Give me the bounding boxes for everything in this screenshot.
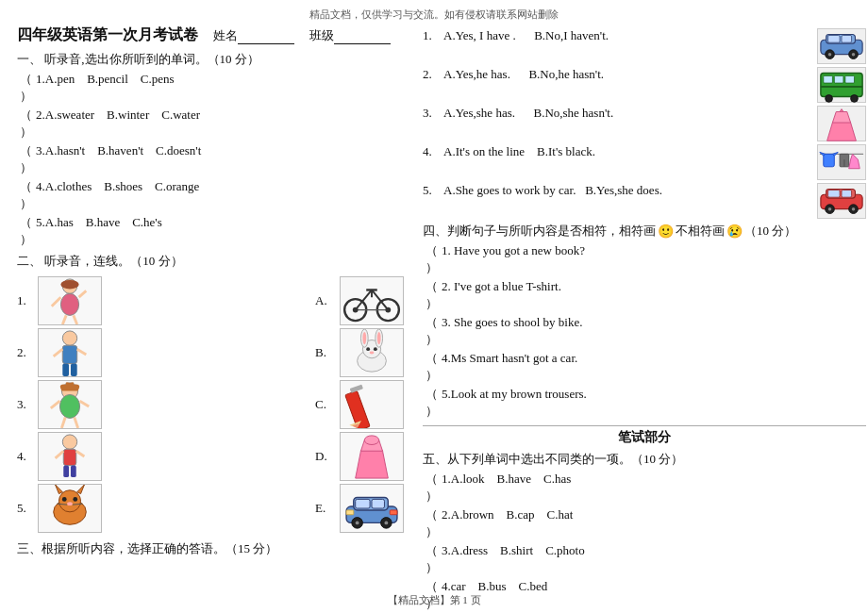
svg-point-7 xyxy=(62,331,76,345)
bus-svg xyxy=(818,67,865,103)
connect-alpha-d: D. xyxy=(315,432,404,481)
title-row: 四年级英语第一次月考试卷 姓名 班级 xyxy=(17,25,404,45)
exam-title: 四年级英语第一次月考试卷 xyxy=(17,25,198,45)
main-layout: 四年级英语第一次月考试卷 姓名 班级 一、 听录音,选出你所听到的单词。（10 … xyxy=(17,25,851,613)
svg-rect-96 xyxy=(842,190,852,197)
svg-rect-62 xyxy=(372,499,384,508)
svg-line-2 xyxy=(52,297,61,306)
svg-point-58 xyxy=(364,436,378,445)
svg-rect-67 xyxy=(346,510,354,515)
written-title: 笔试部分 xyxy=(423,429,866,446)
s5-q2: （ ） 2.A.brown B.cap C.hat xyxy=(423,506,866,540)
car-img-1 xyxy=(817,28,866,64)
svg-line-17 xyxy=(61,417,65,428)
section2-header: 二、 听录音，连线。（10 分） xyxy=(17,253,404,270)
car-img-2 xyxy=(817,183,866,219)
svg-line-15 xyxy=(51,401,60,408)
connect-alpha-e: E. xyxy=(315,484,404,533)
connect-alpha-a: A. xyxy=(315,276,404,325)
section5-header: 五、从下列单词中选出不同类的一项。（10 分） xyxy=(423,451,866,468)
svg-line-11 xyxy=(54,349,63,356)
top-note: 精品文档，仅供学习与交流。如有侵权请联系网站删除 xyxy=(17,8,851,22)
s4-q3: （ ） 3. She goes to shool by bike. xyxy=(423,314,866,348)
connect-row-3: 3. xyxy=(17,380,102,429)
right-img-d xyxy=(340,432,404,481)
car-connect-icon xyxy=(341,485,403,532)
svg-marker-27 xyxy=(56,485,63,494)
svg-point-29 xyxy=(62,497,67,502)
svg-point-76 xyxy=(852,53,855,56)
svg-point-49 xyxy=(366,347,370,351)
svg-point-66 xyxy=(384,521,388,524)
right-images: A. xyxy=(315,273,404,536)
svg-point-31 xyxy=(67,502,73,505)
svg-point-47 xyxy=(362,332,366,344)
section2-content: 1. xyxy=(17,273,404,536)
s4-q5: （ ） 5.Look at my brown trousers. xyxy=(423,386,866,420)
svg-rect-68 xyxy=(390,510,397,515)
section1-questions: （ ） 1.A.pen B.pencil C.pens （ ） 2.A.swea… xyxy=(17,71,404,248)
svg-rect-21 xyxy=(63,466,69,478)
svg-rect-72 xyxy=(842,35,852,42)
svg-point-19 xyxy=(62,435,76,449)
right-img-c xyxy=(340,380,404,429)
right-q1: 1. A.Yes, I have . B.No,I haven't. xyxy=(423,28,866,64)
s5-q4: （ ） 4.car B.bus C.bed xyxy=(423,578,866,612)
svg-rect-22 xyxy=(71,466,76,478)
right-q3: 3. A.Yes,she has. B.No,she hasn't. xyxy=(423,106,866,141)
clothes-img xyxy=(817,144,866,180)
q1-2: （ ） 2.A.sweater B.winter C.water xyxy=(17,107,404,141)
svg-point-83 xyxy=(851,95,859,103)
connect-row-5: 5. xyxy=(17,484,102,533)
svg-point-50 xyxy=(374,347,377,351)
section4-questions: （ ） 1. Have you got a new book? （ ） 2. I… xyxy=(423,242,866,420)
svg-point-65 xyxy=(356,521,359,524)
left-img-5 xyxy=(38,484,102,533)
left-img-3 xyxy=(38,380,102,429)
exam-page: 精品文档，仅供学习与交流。如有侵权请联系网站删除 四年级英语第一次月考试卷 姓名… xyxy=(0,0,868,613)
s5-q1: （ ） 1.A.look B.have C.has xyxy=(423,471,866,505)
smiley-no: 😢 xyxy=(726,224,743,240)
q1-4: （ ） 4.A.clothes B.shoes C.orange xyxy=(17,178,404,212)
s5-q3: （ ） 3.A.dress B.shirt C.photo xyxy=(423,542,866,576)
section4: 四、判断句子与所听内容是否相符，相符画 🙂 不相符画 😢 （10 分） （ ） … xyxy=(423,223,866,420)
dress-svg xyxy=(818,106,865,141)
left-img-4 xyxy=(38,432,102,481)
person-standing-icon xyxy=(39,329,101,376)
svg-rect-10 xyxy=(71,364,77,376)
s4-q2: （ ） 2. I've got a blue T-shirt. xyxy=(423,278,866,312)
car-svg-2 xyxy=(818,183,865,219)
smiley-match: 🙂 xyxy=(658,224,674,240)
pencil-icon xyxy=(341,381,403,428)
svg-rect-95 xyxy=(828,190,841,197)
svg-point-48 xyxy=(377,332,381,344)
right-img-b xyxy=(340,328,404,377)
car-svg-1 xyxy=(818,28,865,64)
connect-alpha-b: B. xyxy=(315,328,404,377)
right-q5: 5. A.She goes to work by car. B.Yes,she … xyxy=(423,183,866,219)
section1-header: 一、 听录音,选出你所听到的单词。（10 分） xyxy=(17,51,404,68)
section3-header: 三、根据所听内容，选择正确的答语。（15 分） xyxy=(17,540,404,557)
name-label: 姓名 xyxy=(213,27,294,44)
left-images: 1. xyxy=(17,273,102,536)
svg-line-24 xyxy=(76,451,85,456)
svg-line-18 xyxy=(75,417,78,428)
svg-rect-71 xyxy=(828,35,841,42)
bus-img xyxy=(817,67,866,103)
svg-rect-87 xyxy=(824,154,835,166)
footer-note: 【精品文档】第 1 页 xyxy=(388,593,481,607)
connect-alpha-c: C. xyxy=(315,380,404,429)
svg-point-82 xyxy=(826,95,833,103)
dress-img xyxy=(817,106,866,141)
class-label: 班级 xyxy=(309,27,391,44)
connect-row-1: 1. xyxy=(17,276,102,325)
s4-q4: （ ） 4.Ms Smart hasn't got a car. xyxy=(423,350,866,384)
cat-icon xyxy=(39,485,101,532)
svg-marker-28 xyxy=(77,485,85,494)
svg-rect-79 xyxy=(834,75,843,83)
section4-header: 四、判断句子与所听内容是否相符，相符画 🙂 不相符画 😢 （10 分） xyxy=(423,223,866,240)
right-q2: 2. A.Yes,he has. B.No,he hasn't. xyxy=(423,67,866,103)
right-q4: 4. A.It's on the line B.It's black. xyxy=(423,144,866,180)
written-section: 笔试部分 五、从下列单词中选出不同类的一项。（10 分） （ ） 1.A.loo… xyxy=(423,425,866,613)
right-img-e xyxy=(340,484,404,533)
